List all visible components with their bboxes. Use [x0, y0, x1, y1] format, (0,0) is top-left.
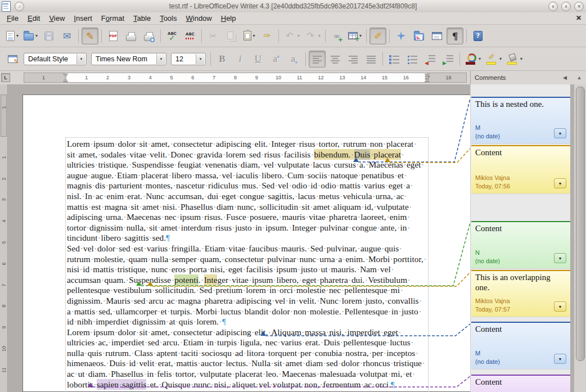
comment-box-4[interactable]: This is an overlapping one.Miklos VajnaT… — [471, 270, 570, 317]
horizontal-ruler[interactable]: 1 123456789101112131415161718 — [24, 73, 467, 83]
italic-icon: i — [234, 53, 246, 65]
space-mark: · — [251, 139, 255, 148]
clone-formatting-button[interactable]: ✑ — [259, 28, 276, 44]
vertical-ruler[interactable]: 1 1234567891011 — [0, 84, 8, 392]
underline-button[interactable]: U — [250, 51, 267, 67]
space-mark: · — [218, 191, 222, 201]
tab-stop-selector[interactable]: L — [1, 73, 10, 82]
menu-item-table[interactable]: Table — [129, 13, 155, 24]
align-right-button[interactable] — [345, 51, 362, 67]
text-run: ·​ultricies·​tristique.·​Suspendisse·​fe… — [67, 150, 425, 243]
background-color-button[interactable]: ▾ — [504, 51, 524, 67]
export-pdf-button[interactable]: PDF — [105, 28, 121, 44]
space-mark: · — [225, 244, 228, 253]
title-bar[interactable]: ○ test.rtf - LibreOfficeDev Writer 4.3 [… — [0, 0, 586, 13]
space-mark: · — [153, 348, 156, 358]
space-mark: · — [136, 139, 139, 148]
comment-box-6[interactable]: Content — [471, 375, 570, 392]
space-mark: · — [217, 307, 220, 316]
spelling-button[interactable]: ABC — [164, 28, 181, 44]
navigator-button[interactable] — [393, 28, 409, 44]
space-mark: · — [357, 244, 360, 253]
space-mark: · — [159, 202, 163, 211]
edit-mode-button[interactable]: ✎ — [82, 28, 98, 44]
menu-item-window[interactable]: Window — [181, 13, 216, 24]
chevron-down-icon[interactable]: ▾ — [196, 54, 205, 64]
maximize-button[interactable]: ∧ — [561, 2, 571, 11]
align-left-button[interactable] — [309, 51, 326, 67]
chevron-down-icon[interactable]: ▾ — [76, 54, 85, 64]
vertical-scrollbar[interactable] — [574, 84, 586, 392]
menu-item-help[interactable]: Help — [217, 13, 241, 24]
page-preview-button[interactable] — [141, 28, 157, 44]
highlighting-button[interactable]: ✐▾ — [484, 51, 503, 67]
comment-menu-button[interactable]: ▼ — [554, 178, 566, 188]
decrease-indent-button[interactable] — [422, 51, 439, 67]
space-mark: · — [402, 369, 405, 379]
italic-button[interactable]: i — [232, 51, 249, 67]
scrollbar-thumb[interactable] — [576, 87, 585, 361]
window-extra-button[interactable]: ○ — [15, 2, 24, 11]
space-mark: · — [232, 170, 236, 180]
bullet-list-button[interactable] — [404, 51, 421, 67]
comment-box-1[interactable]: This is a nested one.M(no date)▼ — [471, 97, 570, 144]
data-sources-button[interactable] — [429, 28, 445, 44]
comments-panel-header[interactable]: Comments ◀ — [470, 71, 570, 84]
collapse-comments-icon[interactable]: ◀ — [563, 75, 567, 80]
document-text[interactable]: Lorem·​ipsum·​dolor·​sit·​amet,·​consect… — [65, 137, 429, 392]
close-document-icon[interactable]: ✕ — [576, 14, 582, 22]
menu-item-view[interactable]: View — [44, 13, 69, 24]
space-mark: · — [123, 212, 127, 222]
menu-item-edit[interactable]: Edit — [23, 13, 44, 24]
superscript-button[interactable]: a — [268, 51, 285, 67]
scroll-up-icon[interactable]: ▲ — [574, 72, 585, 83]
paste-button[interactable]: ▾ — [241, 28, 258, 44]
bold-button[interactable]: B — [214, 51, 231, 67]
styles-and-formatting-button[interactable] — [4, 51, 21, 67]
insert-table-button[interactable]: ▾ — [346, 28, 363, 44]
menu-item-file[interactable]: File — [2, 13, 23, 24]
menu-item-format[interactable]: Format — [97, 13, 129, 24]
cut-button: ✂ — [205, 28, 222, 44]
menu-item-insert[interactable]: Insert — [69, 13, 97, 24]
increase-indent-button[interactable] — [440, 51, 457, 67]
space-mark: · — [251, 327, 255, 337]
comment-box-5[interactable]: ContentM(no date)▼ — [471, 322, 570, 370]
print-button[interactable] — [123, 28, 139, 44]
subscript-button[interactable]: a — [286, 51, 303, 67]
space-mark: · — [186, 264, 189, 274]
open-button[interactable]: ▾ — [22, 28, 39, 44]
font-size-combo[interactable]: 12 ▾ — [171, 53, 206, 65]
auto-spellcheck-icon: ABC — [184, 30, 196, 42]
ruler-number: 12 — [318, 75, 323, 80]
close-button[interactable]: ✕ — [574, 2, 584, 11]
comment-menu-button[interactable]: ▼ — [554, 354, 566, 364]
space-mark: · — [170, 327, 173, 337]
space-mark: · — [340, 337, 343, 347]
auto-spellcheck-button[interactable]: ABC — [182, 28, 199, 44]
help-button[interactable]: ? — [470, 28, 486, 44]
draw-functions-button[interactable]: ✐ — [369, 28, 386, 44]
comment-box-2[interactable]: ContentMiklos VajnaToday, 07:56▼ — [471, 145, 570, 194]
document-as-email-button[interactable]: ✉ — [58, 28, 75, 44]
space-mark: · — [237, 337, 240, 347]
comment-box-3[interactable]: ContentN(no date)▼ — [471, 221, 570, 269]
font-color-button[interactable]: ▾ — [463, 51, 483, 67]
justify-button[interactable] — [363, 51, 380, 67]
comment-menu-button[interactable]: ▼ — [554, 301, 566, 312]
new-document-button[interactable]: ▾ — [4, 28, 21, 44]
numbered-list-button[interactable] — [386, 51, 403, 67]
font-name-combo[interactable]: Times New Rom ▾ — [91, 53, 166, 65]
align-center-button[interactable] — [327, 51, 344, 67]
space-mark: · — [385, 181, 389, 190]
hyperlink-button[interactable]: ∞ — [328, 28, 345, 44]
comment-menu-button[interactable]: ▼ — [554, 128, 566, 138]
chevron-down-icon[interactable]: ▾ — [156, 54, 165, 64]
space-mark: · — [114, 139, 118, 148]
paragraph-style-combo[interactable]: Default Style ▾ — [24, 53, 87, 65]
minimize-button[interactable]: ∨ — [548, 2, 558, 11]
formatting-marks-button[interactable]: ¶ — [447, 28, 463, 44]
gallery-button[interactable] — [411, 28, 427, 44]
comment-menu-button[interactable]: ▼ — [554, 253, 566, 263]
menu-item-tools[interactable]: Tools — [155, 13, 181, 24]
